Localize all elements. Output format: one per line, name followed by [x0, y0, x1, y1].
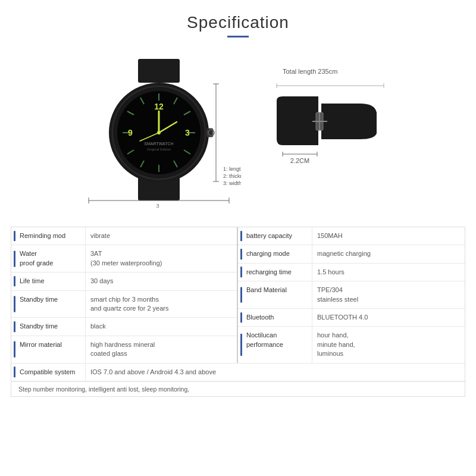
- spec-label-recharging: recharging time: [238, 264, 312, 281]
- header-section: Specification: [0, 0, 476, 41]
- svg-text:3: 3: [185, 128, 190, 137]
- spec-waterproof: Waterproof grade 3AT(30 meter waterproof…: [11, 245, 237, 273]
- specs-left-col: Reminding mod vibrate Waterproof grade 3…: [11, 227, 238, 363]
- spec-noctilucan: Noctilucanperformance hour hand,minute h…: [238, 327, 465, 362]
- svg-text:2.2CM: 2.2CM: [290, 157, 309, 164]
- svg-point-25: [157, 131, 161, 134]
- spec-battery: battery capacity 150MAH: [238, 227, 465, 245]
- svg-text:3: 3: [156, 203, 159, 209]
- spec-label-noctilucan: Noctilucanperformance: [238, 327, 312, 362]
- svg-text:1: 1: [211, 130, 214, 136]
- spec-value-noctilucan: hour hand,minute hand,luminous: [312, 327, 465, 362]
- spec-value-waterproof: 3AT(30 meter waterproofing): [86, 245, 237, 272]
- spec-value-lifetime: 30 days: [86, 273, 237, 290]
- spec-label-battery: battery capacity: [238, 227, 312, 245]
- spec-lifetime: Life time 30 days: [11, 273, 237, 290]
- spec-reminding-mod: Reminding mod vibrate: [11, 227, 237, 245]
- strap-total-length-label: Total length 235cm: [283, 68, 337, 75]
- spec-charging: charging mode magnetic charging: [238, 245, 465, 263]
- svg-text:2: thickness 1.15 cm: 2: thickness 1.15 cm: [223, 173, 241, 179]
- spec-value-mirror: high hardness mineralcoated glass: [86, 336, 237, 363]
- spec-label-waterproof: Waterproof grade: [11, 245, 86, 272]
- spec-value-charging: magnetic charging: [312, 245, 465, 262]
- spec-value-battery: 150MAH: [312, 227, 465, 245]
- specs-bottom-note: Step number monitoring, intelligent anti…: [11, 381, 465, 396]
- watch-svg: 12 3 9 SMARTWATCH Original Edition: [80, 53, 241, 214]
- watch-diagram: 12 3 9 SMARTWATCH Original Edition: [80, 53, 241, 214]
- spec-value-standby2: black: [86, 318, 237, 335]
- specs-section: Reminding mod vibrate Waterproof grade 3…: [11, 227, 465, 397]
- specs-columns: Reminding mod vibrate Waterproof grade 3…: [11, 227, 465, 363]
- specs-right-col: battery capacity 150MAH charging mode ma…: [238, 227, 465, 363]
- spec-value-recharging: 1.5 hours: [312, 264, 465, 281]
- spec-value-compatible: IOS 7.0 and above / Android 4.3 and abov…: [86, 364, 465, 381]
- spec-value-standby1: smart chip for 3 monthsand quartz core f…: [86, 291, 237, 318]
- svg-text:12: 12: [154, 102, 164, 111]
- strap-svg: 2.2CM: [271, 80, 390, 175]
- spec-standby2: Standby time black: [11, 318, 237, 336]
- spec-label-standby1: Standby time: [11, 291, 86, 318]
- spec-standby1: Standby time smart chip for 3 monthsand …: [11, 291, 237, 318]
- header-underline: [227, 36, 249, 37]
- spec-label-bluetooth: Bluetooth: [238, 309, 312, 326]
- spec-label-charging: charging mode: [238, 245, 312, 262]
- svg-rect-0: [138, 59, 180, 83]
- spec-recharging: recharging time 1.5 hours: [238, 264, 465, 281]
- spec-compatible: Compatible system IOS 7.0 and above / An…: [11, 363, 465, 381]
- spec-label-compatible: Compatible system: [11, 364, 86, 381]
- svg-text:SMARTWATCH: SMARTWATCH: [144, 142, 173, 146]
- spec-value-reminding: vibrate: [86, 227, 237, 245]
- svg-text:3: width 4.2cm: 3: width 4.2cm: [223, 180, 241, 186]
- spec-mirror: Mirror material high hardness mineralcoa…: [11, 336, 237, 363]
- spec-value-band: TPE/304stainless steel: [312, 281, 465, 308]
- spec-label-reminding: Reminding mod: [11, 227, 86, 245]
- spec-label-standby2: Standby time: [11, 318, 86, 335]
- spec-label-mirror: Mirror material: [11, 336, 86, 363]
- page-title: Specification: [0, 13, 476, 32]
- spec-label-band: Band Material: [238, 281, 312, 308]
- svg-text:Original Edition: Original Edition: [147, 148, 171, 151]
- spec-label-lifetime: Life time: [11, 273, 86, 290]
- svg-text:1: length 5 cm: 1: length 5 cm: [223, 166, 241, 172]
- spec-bluetooth: Bluetooth BLUETOOTH 4.0: [238, 309, 465, 327]
- svg-text:9: 9: [128, 128, 133, 137]
- page: Specification: [0, 0, 476, 476]
- spec-value-bluetooth: BLUETOOTH 4.0: [312, 309, 465, 326]
- strap-diagram: Total length 235cm 2.: [265, 68, 396, 199]
- diagram-section: 12 3 9 SMARTWATCH Original Edition: [0, 41, 476, 220]
- spec-band-material: Band Material TPE/304stainless steel: [238, 281, 465, 309]
